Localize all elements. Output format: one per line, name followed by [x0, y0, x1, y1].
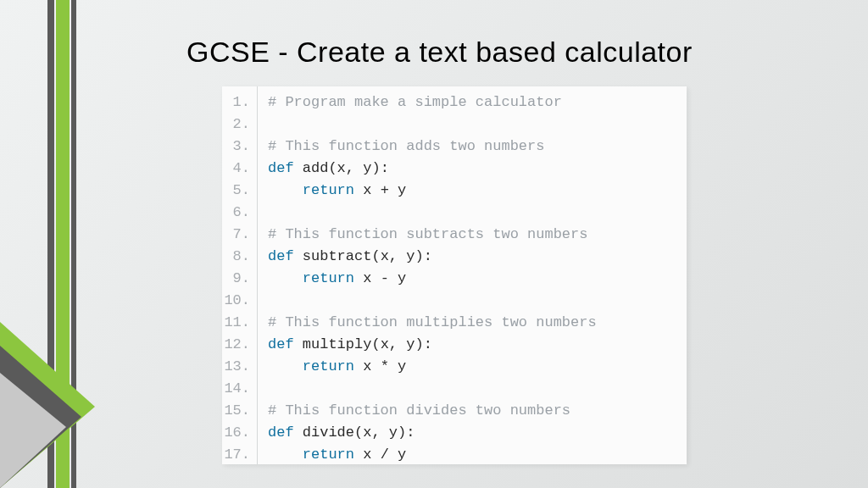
line-number: 2. — [222, 114, 257, 136]
line-number: 7. — [222, 224, 257, 246]
code-line: return x / y — [268, 444, 687, 466]
line-number: 5. — [222, 180, 257, 202]
code-line: # This function multiplies two numbers — [268, 312, 687, 334]
code-line: def divide(x, y): — [268, 422, 687, 444]
code-line: def subtract(x, y): — [268, 246, 687, 268]
line-number: 4. — [222, 158, 257, 180]
line-number: 13. — [222, 356, 257, 378]
code-line: def add(x, y): — [268, 158, 687, 180]
code-line: # This function adds two numbers — [268, 136, 687, 158]
code-snippet: 1.2.3.4.5.6.7.8.9.10.11.12.13.14.15.16.1… — [222, 86, 687, 464]
line-number-gutter: 1.2.3.4.5.6.7.8.9.10.11.12.13.14.15.16.1… — [222, 86, 258, 464]
code-body: # Program make a simple calculator# This… — [258, 86, 687, 464]
line-number: 14. — [222, 378, 257, 400]
code-line: return x + y — [268, 180, 687, 202]
svg-marker-0 — [47, 0, 54, 488]
line-number: 17. — [222, 444, 257, 466]
line-number: 3. — [222, 136, 257, 158]
code-line: # This function subtracts two numbers — [268, 224, 687, 246]
svg-marker-5 — [0, 373, 66, 488]
code-line: # Program make a simple calculator — [268, 92, 687, 114]
line-number: 8. — [222, 246, 257, 268]
line-number: 9. — [222, 268, 257, 290]
line-number: 6. — [222, 202, 257, 224]
svg-marker-3 — [0, 322, 95, 488]
slide-title: GCSE - Create a text based calculator — [186, 36, 693, 69]
code-line: return x - y — [268, 268, 687, 290]
line-number: 10. — [222, 290, 257, 312]
line-number: 16. — [222, 422, 257, 444]
code-line: def multiply(x, y): — [268, 334, 687, 356]
svg-marker-1 — [56, 0, 70, 488]
code-line — [268, 202, 687, 224]
code-line: return x * y — [268, 356, 687, 378]
line-number: 15. — [222, 400, 257, 422]
svg-marker-2 — [71, 0, 76, 488]
code-line — [268, 378, 687, 400]
svg-marker-4 — [0, 346, 81, 488]
code-line — [268, 114, 687, 136]
code-line — [268, 290, 687, 312]
line-number: 12. — [222, 334, 257, 356]
code-line: # This function divides two numbers — [268, 400, 687, 422]
line-number: 11. — [222, 312, 257, 334]
line-number: 1. — [222, 92, 257, 114]
slide-decoration — [0, 0, 119, 488]
